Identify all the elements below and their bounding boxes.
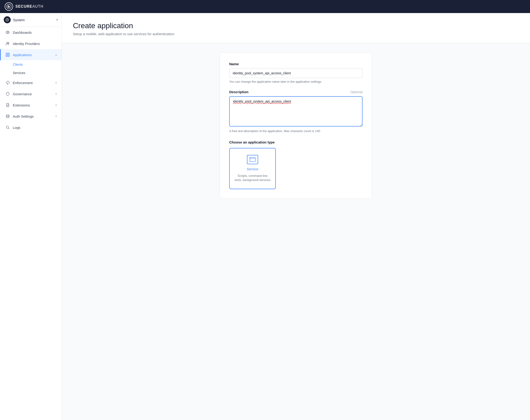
chevron-down-icon-extensions: ▾ [56,104,57,107]
sidebar-label-applications: Applications [13,53,53,57]
svg-point-3 [7,32,8,33]
sidebar-label-auth-settings: Auth Settings [13,114,53,118]
svg-point-5 [8,43,9,43]
sidebar-item-applications[interactable]: Applications ▴ [0,49,61,60]
sidebar-label-identity-providers: Identity Providers [13,42,57,46]
logo-area: SECUREAUTH [5,2,43,11]
sidebar: System ▾ Dashboards [0,13,62,420]
top-header: SECUREAUTH [0,0,530,13]
db-icon [5,114,10,118]
svg-point-17 [251,158,251,158]
eye-icon [5,30,10,35]
sidebar-item-auth-settings[interactable]: Auth Settings ▾ [0,111,61,122]
chevron-down-icon-auth: ▾ [56,115,57,118]
sidebar-label-logs: Logs [13,126,57,130]
svg-rect-9 [8,55,10,57]
sidebar-sub-item-services[interactable]: Services [0,69,61,77]
sidebar-label-dashboards: Dashboards [13,30,57,34]
description-field: Description Optional identity_pool_syste… [229,90,363,133]
content-area: Create application Setup a mobile, web a… [62,13,530,420]
sidebar-label-extensions: Extensions [13,103,53,107]
optional-badge: Optional [350,90,363,94]
cloud-icon [5,80,10,85]
page-header: Create application Setup a mobile, web a… [62,13,530,43]
service-type-desc: Scripts, command line tools, background … [234,174,271,182]
sidebar-label-governance: Governance [13,92,53,96]
sidebar-item-governance[interactable]: Governance ▾ [0,88,61,100]
logo-text: SECUREAUTH [15,4,43,9]
search-icon [5,125,10,130]
description-hint: A free text description of the applicati… [229,129,363,133]
description-label: Description Optional [229,90,363,94]
app-type-grid: >_ Service Scripts, command line tools, … [229,148,363,189]
svg-rect-7 [8,53,10,55]
people-icon [5,41,10,46]
svg-text:>_: >_ [251,159,253,161]
chevron-down-icon-governance: ▾ [56,92,57,96]
svg-point-16 [250,158,251,158]
app-type-section: Choose an application type >_ [229,140,363,189]
chevron-down-icon: ▾ [56,18,58,21]
logo-icon [5,2,13,11]
sidebar-item-enforcement[interactable]: Enforcement ▾ [0,77,61,88]
page-title: Create application [73,21,519,30]
page-subtitle: Setup a mobile, web application to use s… [73,32,519,36]
name-label: Name [229,62,363,66]
name-hint: You can change the application name late… [229,80,363,83]
description-textarea[interactable]: identity_pool_system_api_access_client [229,96,363,127]
app-type-label: Choose an application type [229,140,363,144]
sidebar-item-logs[interactable]: Logs [0,122,61,133]
system-label: System [13,18,54,22]
sidebar-item-dashboards[interactable]: Dashboards [0,27,61,38]
system-selector[interactable]: System ▾ [0,13,61,27]
sidebar-sub-label-services: Services [13,71,25,75]
form-container: Name You can change the application name… [208,52,383,199]
sidebar-sub-label-clients: Clients [13,63,23,66]
system-icon [4,16,11,23]
sidebar-item-extensions[interactable]: Extensions ▾ [0,100,61,111]
sidebar-label-enforcement: Enforcement [13,81,53,85]
svg-rect-8 [6,55,7,57]
name-input[interactable] [229,68,363,78]
sidebar-sub-item-clients[interactable]: Clients [0,60,61,69]
name-field: Name You can change the application name… [229,62,363,83]
svg-point-1 [8,6,10,7]
shield-icon [5,92,10,96]
chevron-up-icon: ▴ [56,53,57,56]
svg-point-4 [7,42,8,43]
form-section: Name You can change the application name… [220,52,372,199]
service-type-icon: >_ [247,155,258,164]
main-layout: System ▾ Dashboards [0,13,530,420]
grid-icon [5,52,10,57]
svg-rect-6 [6,53,7,55]
chevron-down-icon-enforcement: ▾ [56,81,57,84]
doc-icon [5,103,10,107]
service-type-name: Service [247,167,258,171]
app-type-card-service[interactable]: >_ Service Scripts, command line tools, … [229,148,276,189]
sidebar-item-identity-providers[interactable]: Identity Providers [0,38,61,49]
svg-point-12 [6,115,9,116]
